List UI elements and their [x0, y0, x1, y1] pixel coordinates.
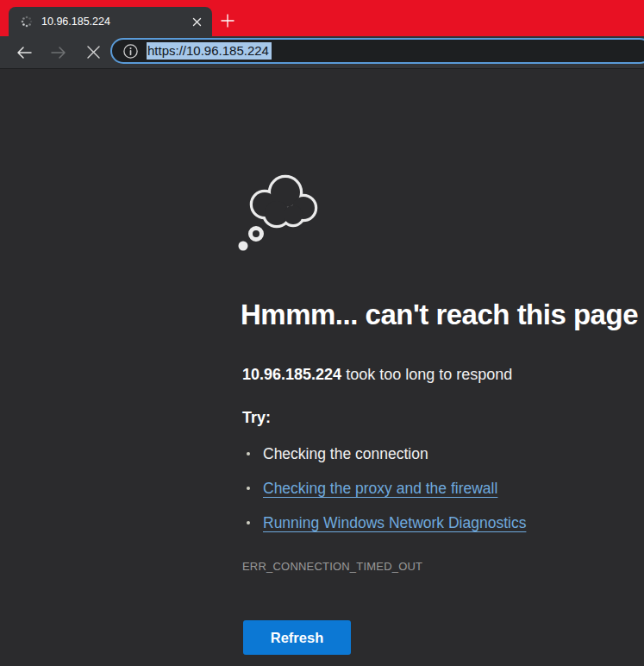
try-label: Try:	[242, 409, 271, 427]
address-bar[interactable]: https://10.96.185.224	[110, 38, 644, 64]
tab-title: 10.96.185.224	[41, 16, 188, 28]
back-button[interactable]	[7, 40, 41, 66]
network-diagnostics-link[interactable]: Running Windows Network Diagnostics	[263, 514, 526, 531]
stop-button[interactable]	[76, 40, 110, 66]
new-tab-button[interactable]	[216, 9, 240, 33]
error-page-title: Hmmm... can't reach this page	[241, 298, 638, 331]
error-subtitle: 10.96.185.224 took too long to respond	[242, 366, 512, 384]
error-code: ERR_CONNECTION_TIMED_OUT	[242, 560, 422, 573]
list-item: Checking the connection	[242, 437, 526, 471]
site-info-icon[interactable]	[120, 41, 141, 61]
titlebar: 10.96.185.224	[0, 0, 644, 36]
loading-spinner-icon	[20, 15, 34, 28]
proxy-firewall-link[interactable]: Checking the proxy and the firewall	[263, 480, 497, 497]
browser-tab[interactable]: 10.96.185.224	[9, 7, 212, 36]
list-item: Checking the proxy and the firewall	[242, 471, 526, 506]
refresh-button[interactable]: Refresh	[243, 620, 351, 655]
url-input[interactable]: https://10.96.185.224	[147, 42, 272, 60]
tab-close-icon[interactable]	[188, 13, 205, 30]
error-host: 10.96.185.224	[242, 366, 341, 383]
browser-toolbar: https://10.96.185.224	[0, 36, 644, 69]
list-item: Running Windows Network Diagnostics	[242, 506, 526, 540]
suggestion-text: Checking the connection	[263, 445, 428, 462]
suggestion-list: Checking the connection Checking the pro…	[242, 437, 526, 540]
error-page: Hmmm... can't reach this page 10.96.185.…	[0, 69, 644, 666]
thought-cloud-icon	[236, 170, 319, 253]
forward-button[interactable]	[41, 40, 76, 66]
